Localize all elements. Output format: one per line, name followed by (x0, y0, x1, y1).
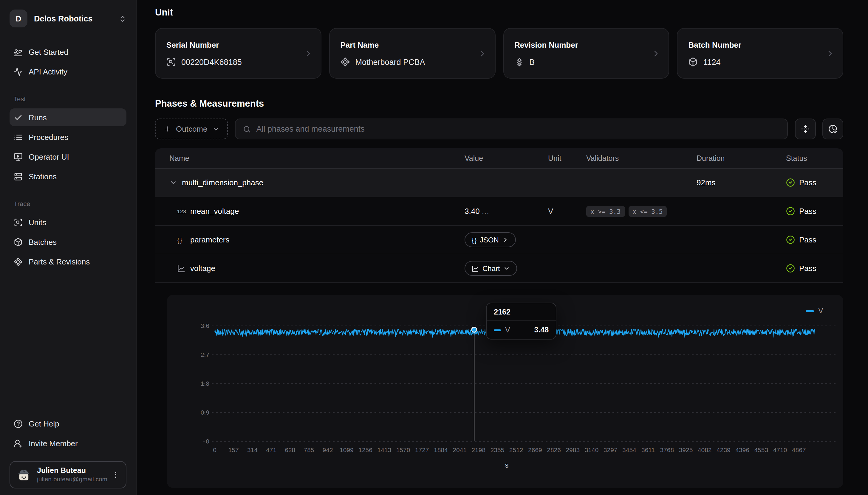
status-badge: Pass (786, 178, 843, 187)
kebab-menu-icon[interactable] (112, 471, 120, 479)
card-value-text: B (529, 57, 535, 66)
user-info: Julien Buteau julien.buteau@gmail.com (37, 466, 106, 483)
voltage-chart-panel: 3.62.71.80.90015731447162878594210991256… (167, 295, 843, 488)
server-icon (14, 172, 23, 181)
search-field[interactable] (235, 119, 788, 139)
phase-duration: 92ms (697, 178, 786, 187)
filter-toolbar: Outcome (155, 119, 843, 139)
plane-takeoff-icon (14, 47, 23, 56)
user-profile-card[interactable]: Julien Buteau julien.buteau@gmail.com (10, 461, 127, 489)
svg-text:1.8: 1.8 (201, 380, 209, 387)
chart-legend[interactable]: V (806, 307, 823, 314)
org-avatar: D (10, 10, 28, 28)
chevron-right-icon (825, 49, 835, 58)
json-value-button[interactable]: { } JSON (464, 232, 516, 247)
svg-text:4082: 4082 (698, 446, 712, 453)
history-button[interactable] (822, 119, 843, 139)
help-circle-icon (14, 419, 23, 428)
part-name-card[interactable]: Part Name Motherboard PCBA (329, 28, 495, 79)
batch-number-card[interactable]: Batch Number 1124 (677, 28, 844, 79)
svg-text:628: 628 (285, 446, 295, 453)
col-name: Name (155, 154, 464, 162)
svg-text:3925: 3925 (679, 446, 693, 453)
table-row-mean-voltage[interactable]: 123 mean_voltage 3.40… V x >= 3.3 x <= 3… (155, 197, 843, 226)
revision-number-card[interactable]: Revision Number B (503, 28, 669, 79)
section-title-phases: Phases & Measurements (155, 98, 843, 109)
monitor-play-icon (14, 152, 23, 161)
validator-badge: x <= 3.5 (628, 206, 667, 217)
table-row-voltage[interactable]: voltage Chart Pass (155, 254, 843, 283)
component-icon (341, 57, 350, 67)
card-value-text: Motherboard PCBA (356, 57, 425, 66)
sidebar-item-label: Procedures (29, 133, 68, 141)
svg-text:1256: 1256 (358, 446, 373, 453)
collapse-all-button[interactable] (795, 119, 816, 139)
svg-text:1570: 1570 (396, 446, 410, 453)
box-icon (688, 57, 698, 67)
sidebar-item-label: Invite Member (29, 439, 78, 448)
sidebar-item-parts-revisions[interactable]: Parts & Revisions (10, 253, 127, 270)
sidebar-item-operator-ui[interactable]: Operator UI (10, 148, 127, 166)
svg-text:3140: 3140 (585, 446, 599, 453)
svg-text:1413: 1413 (377, 446, 391, 453)
svg-text:314: 314 (247, 446, 258, 453)
table-row-parameters[interactable]: { } parameters { } JSON Pass (155, 226, 843, 254)
svg-text:785: 785 (304, 446, 314, 453)
chart-value-button[interactable]: Chart (464, 261, 517, 276)
col-duration: Duration (697, 154, 786, 162)
sidebar-item-get-help[interactable]: Get Help (10, 414, 127, 432)
sidebar-item-units[interactable]: Units (10, 213, 127, 231)
fold-vertical-icon (801, 124, 810, 133)
svg-text:3297: 3297 (604, 446, 618, 453)
sidebar-item-label: Get Started (29, 47, 68, 56)
sidebar-item-label: Runs (29, 113, 47, 122)
svg-text:1727: 1727 (415, 446, 429, 453)
status-label: Pass (799, 235, 816, 244)
svg-text:471: 471 (266, 446, 276, 453)
table-header: Name Value Unit Validators Duration Stat… (155, 148, 843, 169)
sidebar-item-stations[interactable]: Stations (10, 167, 127, 185)
numeric-type-icon: 123 (177, 208, 186, 214)
validator-badge: x >= 3.3 (586, 206, 625, 217)
chevron-right-icon (477, 49, 487, 58)
main-content: Unit Serial Number 00220D4K68185 Part Na… (136, 0, 868, 495)
sidebar-item-runs[interactable]: Runs (10, 108, 127, 126)
sidebar: D Delos Robotics Get Started API Activit… (0, 0, 136, 495)
card-value-text: 1124 (703, 57, 721, 66)
app-window: D Delos Robotics Get Started API Activit… (0, 0, 868, 495)
col-unit: Unit (548, 154, 586, 162)
svg-text:3.6: 3.6 (201, 322, 209, 329)
svg-text:2355: 2355 (491, 446, 505, 453)
status-badge: Pass (786, 235, 843, 244)
plus-icon (163, 125, 171, 133)
circle-check-icon (786, 178, 795, 187)
check-icon (14, 113, 23, 122)
org-switcher[interactable]: D Delos Robotics (10, 8, 127, 29)
chevron-right-icon (304, 49, 313, 58)
sidebar-item-batches[interactable]: Batches (10, 233, 127, 251)
svg-text:2198: 2198 (471, 446, 486, 453)
chevron-down-icon (212, 125, 219, 133)
sidebar-item-invite-member[interactable]: Invite Member (10, 434, 127, 452)
chevrons-up-down-icon (119, 15, 127, 22)
svg-text:157: 157 (228, 446, 239, 453)
box-icon (14, 237, 23, 246)
chevron-down-icon[interactable] (169, 179, 177, 186)
legend-label: V (819, 307, 823, 314)
serial-number-card[interactable]: Serial Number 00220D4K68185 (155, 28, 322, 79)
sidebar-item-api-activity[interactable]: API Activity (10, 63, 127, 81)
tooltip-series-swatch (494, 329, 501, 331)
clock-arrow-down-icon (828, 124, 837, 133)
svg-text:1884: 1884 (434, 446, 448, 453)
measurement-unit: V (548, 207, 586, 216)
chevron-down-icon (504, 265, 510, 272)
sidebar-item-get-started[interactable]: Get Started (10, 43, 127, 61)
user-email: julien.buteau@gmail.com (37, 476, 106, 483)
svg-text:1099: 1099 (340, 446, 354, 453)
user-avatar (16, 467, 32, 482)
sidebar-item-procedures[interactable]: Procedures (10, 128, 127, 146)
table-row-phase[interactable]: multi_dimension_phase 92ms Pass (155, 169, 843, 197)
search-input[interactable] (257, 124, 780, 133)
outcome-filter-button[interactable]: Outcome (155, 119, 228, 139)
col-status: Status (786, 154, 843, 162)
